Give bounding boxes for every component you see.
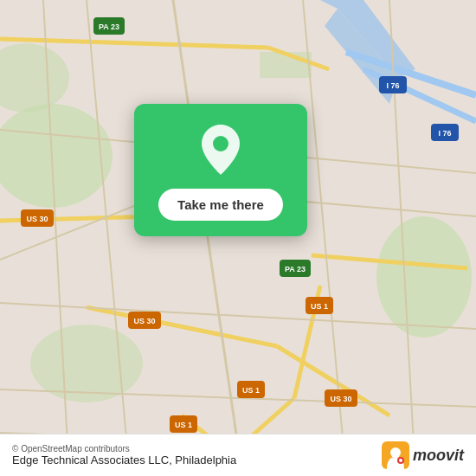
svg-point-52: [390, 447, 401, 458]
svg-text:US 1: US 1: [242, 386, 260, 395]
moovit-brand-text: moovit: [413, 447, 464, 465]
moovit-logo: moovit: [382, 441, 464, 469]
svg-text:PA 23: PA 23: [285, 265, 306, 273]
svg-text:I 76: I 76: [386, 81, 399, 90]
svg-text:I 76: I 76: [438, 129, 451, 138]
bottom-bar: © OpenStreetMap contributors Edge Techni…: [0, 434, 476, 476]
location-name: Edge Technical Associates LLC, Philadelp…: [12, 453, 236, 466]
svg-text:US 1: US 1: [175, 421, 192, 429]
svg-text:US 30: US 30: [26, 215, 48, 223]
take-me-there-button[interactable]: Take me there: [158, 189, 283, 221]
svg-point-54: [399, 459, 402, 462]
location-pin-icon: [198, 123, 243, 177]
map-attribution: © OpenStreetMap contributors: [12, 444, 236, 453]
svg-text:PA 23: PA 23: [99, 23, 119, 31]
svg-point-50: [213, 136, 228, 151]
location-card: Take me there: [134, 104, 307, 236]
svg-text:US 30: US 30: [133, 317, 155, 325]
svg-text:US 30: US 30: [330, 395, 351, 403]
map-container: PA 23 PA 23 I 76 I 76 US 30 US 30 US 30 …: [0, 0, 476, 476]
svg-text:US 1: US 1: [311, 302, 328, 311]
bottom-left: © OpenStreetMap contributors Edge Techni…: [12, 444, 236, 466]
svg-point-2: [376, 216, 472, 338]
map-background: PA 23 PA 23 I 76 I 76 US 30 US 30 US 30 …: [0, 0, 476, 476]
moovit-brand-icon: [382, 441, 409, 469]
